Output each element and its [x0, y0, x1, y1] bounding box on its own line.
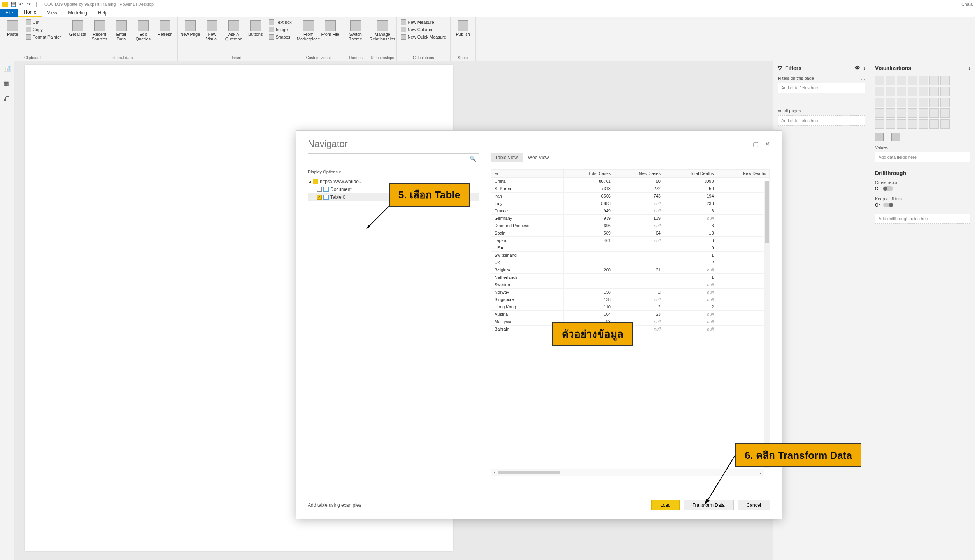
viz-stacked-bar-icon[interactable]	[875, 76, 884, 85]
vertical-scrollbar[interactable]	[764, 181, 770, 468]
shapes-button[interactable]: Shapes	[267, 33, 293, 40]
filters-page-well[interactable]: Add data fields here	[778, 83, 865, 93]
viz-stacked-area-icon[interactable]	[886, 87, 895, 96]
table-row[interactable]: Germany939139null	[491, 215, 770, 222]
drillthrough-well[interactable]: Add drillthrough fields here	[875, 214, 970, 224]
table-row[interactable]: Spain5896413	[491, 229, 770, 237]
values-well[interactable]: Add data fields here	[875, 152, 970, 162]
viz-treemap-icon[interactable]	[897, 98, 906, 107]
qat-redo-icon[interactable]: ↷	[26, 1, 32, 7]
from-marketplace-button[interactable]: From Marketplace	[298, 19, 319, 41]
tab-file[interactable]: File	[0, 9, 18, 17]
chevron-right-icon[interactable]: ›	[968, 65, 970, 71]
viz-ribbon-icon[interactable]	[919, 87, 928, 96]
table-row[interactable]: Norway1582null	[491, 289, 770, 296]
keep-filters-toggle[interactable]	[883, 203, 893, 207]
cancel-button[interactable]: Cancel	[738, 500, 770, 510]
data-view-icon[interactable]: ▦	[3, 80, 11, 88]
ask-question-button[interactable]: Ask A Question	[224, 19, 244, 41]
new-measure-button[interactable]: New Measure	[399, 19, 448, 26]
add-table-examples-button[interactable]: Add table using examples	[308, 502, 361, 508]
more-icon[interactable]: …	[861, 76, 865, 80]
checkbox-table0[interactable]: ✓	[317, 195, 322, 200]
viz-line-column-icon[interactable]	[897, 87, 906, 96]
cut-button[interactable]: Cut	[24, 19, 63, 26]
viz-matrix-icon[interactable]	[929, 108, 939, 118]
get-data-button[interactable]: Get Data	[68, 19, 88, 37]
text-box-button[interactable]: Text box	[267, 19, 293, 26]
image-button[interactable]: Image	[267, 26, 293, 33]
table-row[interactable]: Austria10423null	[491, 311, 770, 318]
table-row[interactable]: UK2	[491, 259, 770, 266]
table-row[interactable]: Netherlands1	[491, 274, 770, 281]
table-row[interactable]: USA9	[491, 244, 770, 252]
table-row[interactable]: Singapore138nullnull	[491, 296, 770, 303]
from-file-button[interactable]: From File	[320, 19, 340, 37]
viz-arcgis-icon[interactable]	[919, 119, 928, 129]
table-row[interactable]: China80701503098	[491, 178, 770, 185]
viz-scatter-icon[interactable]	[940, 87, 950, 96]
user-name[interactable]: Chala	[961, 2, 973, 7]
edit-queries-button[interactable]: Edit Queries	[133, 19, 153, 41]
load-button[interactable]: Load	[651, 500, 680, 510]
table-row[interactable]: Italy5883null233	[491, 200, 770, 207]
table-row[interactable]: France949null16	[491, 207, 770, 215]
report-view-icon[interactable]: 📊	[3, 64, 11, 72]
viz-donut-icon[interactable]	[886, 98, 895, 107]
viz-filled-map-icon[interactable]	[919, 98, 928, 107]
column-header[interactable]: Total Deaths	[664, 170, 717, 178]
close-icon[interactable]: ✕	[765, 140, 770, 148]
chevron-right-icon[interactable]: ›	[863, 65, 865, 71]
publish-button[interactable]: Publish	[453, 19, 473, 37]
new-quick-measure-button[interactable]: New Quick Measure	[399, 33, 448, 40]
viz-map-icon[interactable]	[908, 98, 917, 107]
refresh-button[interactable]: Refresh	[155, 19, 175, 37]
eye-icon[interactable]: 👁	[855, 65, 860, 71]
tab-view[interactable]: View	[42, 9, 63, 17]
search-input[interactable]	[310, 156, 470, 161]
table-row[interactable]: S. Korea731327250	[491, 185, 770, 192]
format-painter-button[interactable]: Format Painter	[24, 33, 63, 40]
tab-help[interactable]: Help	[93, 9, 113, 17]
viz-qa-icon[interactable]	[908, 119, 917, 129]
filters-allpages-well[interactable]: Add data fields here	[778, 116, 865, 126]
viz-r-icon[interactable]	[940, 108, 950, 118]
scroll-right-icon[interactable]: ›	[757, 470, 764, 475]
new-visual-button[interactable]: New Visual	[202, 19, 222, 41]
checkbox-document[interactable]	[317, 187, 322, 192]
column-header[interactable]: New Deaths	[717, 170, 769, 178]
qat-save-icon[interactable]: 💾	[10, 1, 16, 7]
new-column-button[interactable]: New Column	[399, 26, 448, 33]
navigator-search[interactable]: 🔍	[308, 153, 479, 164]
column-header[interactable]: Total Cases	[563, 170, 614, 178]
cross-report-toggle[interactable]	[883, 186, 893, 191]
scroll-left-icon[interactable]: ‹	[491, 470, 498, 475]
viz-key-influencers-icon[interactable]	[886, 119, 895, 129]
switch-theme-button[interactable]: Switch Theme	[345, 19, 366, 41]
paste-button[interactable]: Paste	[2, 19, 23, 37]
viz-line-icon[interactable]	[940, 76, 950, 85]
tab-table-view[interactable]: Table View	[491, 153, 523, 162]
table-row[interactable]: Diamond Princess696null6	[491, 222, 770, 229]
viz-waterfall-icon[interactable]	[929, 87, 939, 96]
viz-card-icon[interactable]	[875, 108, 884, 118]
viz-clustered-column-icon[interactable]	[908, 76, 917, 85]
column-header[interactable]: New Cases	[614, 170, 664, 178]
fields-tab-icon[interactable]	[875, 133, 884, 141]
table-row[interactable]: Belgium20031null	[491, 266, 770, 274]
buttons-button[interactable]: Buttons	[246, 19, 266, 37]
table-row[interactable]: Iran6566743194	[491, 192, 770, 200]
column-header[interactable]: er	[491, 170, 564, 178]
table-row[interactable]: Japan461null6	[491, 237, 770, 244]
table-row[interactable]: Swedennull	[491, 281, 770, 289]
viz-100-column-icon[interactable]	[929, 76, 939, 85]
recent-sources-button[interactable]: Recent Sources	[89, 19, 110, 41]
viz-pie-icon[interactable]	[875, 98, 884, 107]
viz-area-icon[interactable]	[875, 87, 884, 96]
viz-100-bar-icon[interactable]	[919, 76, 928, 85]
model-view-icon[interactable]: 🖇	[3, 95, 11, 103]
maximize-icon[interactable]: ▢	[753, 140, 759, 148]
viz-gauge-icon[interactable]	[940, 98, 950, 107]
viz-line-clustered-icon[interactable]	[908, 87, 917, 96]
tab-modeling[interactable]: Modeling	[63, 9, 93, 17]
